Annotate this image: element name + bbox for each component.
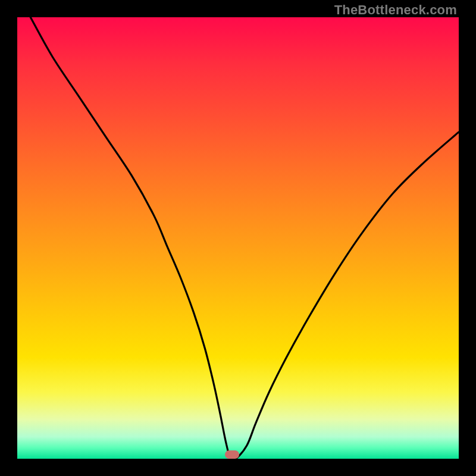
optimal-point-marker <box>225 450 239 459</box>
chart-frame: TheBottleneck.com <box>0 0 476 476</box>
watermark-label: TheBottleneck.com <box>334 2 457 18</box>
plot-area <box>17 17 459 459</box>
bottleneck-curve <box>17 17 459 459</box>
